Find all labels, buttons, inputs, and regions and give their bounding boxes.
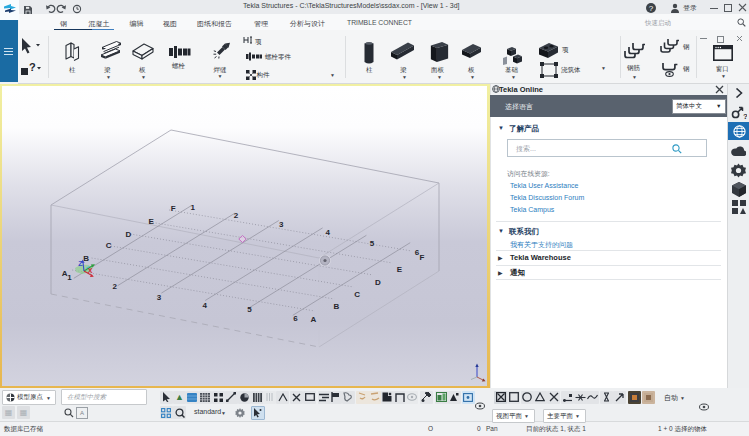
svg-text:3: 3 — [157, 293, 162, 302]
svg-text:3: 3 — [279, 220, 284, 229]
svg-text:?: ? — [649, 4, 654, 13]
svg-text:?: ? — [29, 62, 36, 73]
svg-text:E: E — [397, 265, 403, 274]
svg-text:4: 4 — [203, 301, 208, 310]
svg-text:D: D — [126, 230, 132, 239]
svg-text:C: C — [106, 241, 112, 250]
svg-text:1: 1 — [190, 203, 195, 212]
svg-text:F: F — [419, 253, 424, 262]
svg-text:Z: Z — [78, 260, 83, 267]
svg-text:6: 6 — [293, 314, 298, 323]
svg-text:2: 2 — [112, 282, 117, 291]
svg-text:4: 4 — [326, 228, 331, 237]
svg-text:D: D — [375, 278, 381, 287]
svg-text:5: 5 — [370, 239, 375, 248]
svg-text:C: C — [354, 290, 360, 299]
svg-text:A: A — [311, 315, 317, 324]
svg-text:?: ? — [743, 112, 747, 121]
svg-text:E: E — [149, 217, 155, 226]
svg-text:2: 2 — [234, 211, 239, 220]
svg-text:B: B — [334, 302, 340, 311]
svg-text:5: 5 — [247, 305, 252, 314]
svg-text:1: 1 — [67, 273, 72, 282]
svg-text:F: F — [171, 204, 176, 213]
